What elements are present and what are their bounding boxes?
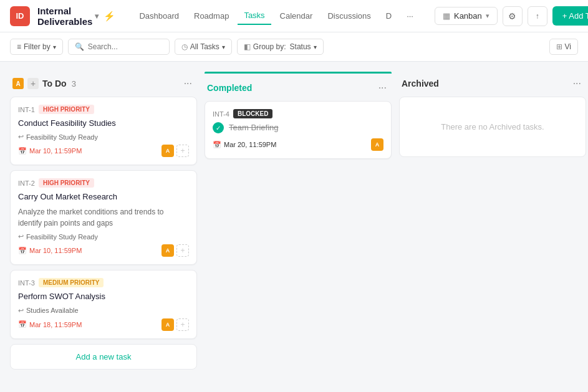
card-int-3-dependency: ↩ Studies Available	[18, 307, 189, 315]
view-button[interactable]: ⊞ Vi	[549, 39, 578, 55]
card-int-3[interactable]: INT-3 MEDIUM PRIORITY Perform SWOT Analy…	[10, 270, 197, 338]
card-int-3-priority: MEDIUM PRIORITY	[39, 278, 104, 287]
card-int-3-footer: 📅 Mar 18, 11:59PM A +	[18, 318, 189, 331]
card-int-3-date-text: Mar 18, 11:59PM	[29, 321, 82, 328]
card-int-3-add-assignee[interactable]: +	[176, 318, 189, 331]
card-int-4-blocked-badge: BLOCKED	[233, 109, 272, 118]
card-int-1-footer: 📅 Mar 10, 11:59PM A +	[18, 145, 189, 157]
nav-d[interactable]: D	[380, 7, 398, 24]
dependency-icon-2: ↩	[18, 232, 24, 241]
nav-discussions[interactable]: Discussions	[321, 7, 377, 24]
add-task-status-button[interactable]: + Add Task/Status	[552, 6, 588, 26]
layers-icon: ◧	[244, 42, 251, 51]
nav-tasks[interactable]: Tasks	[238, 7, 271, 25]
card-int-2[interactable]: INT-2 HIGH PRIORITY Carry Out Market Res…	[10, 170, 197, 265]
all-tasks-button[interactable]: ◷ All Tasks ▾	[175, 39, 232, 55]
card-int-1-priority: HIGH PRIORITY	[39, 105, 94, 114]
view-label: Vi	[565, 42, 571, 51]
todo-add-person-badge[interactable]: +	[27, 78, 39, 89]
nav-roadmap[interactable]: Roadmap	[188, 7, 235, 24]
card-int-4-footer: 📅 Mar 20, 11:59PM A	[213, 138, 383, 151]
card-int-4-meta: INT-4 BLOCKED	[213, 109, 383, 118]
card-int-4-avatar: A	[371, 138, 383, 151]
card-int-2-meta: INT-2 HIGH PRIORITY	[18, 178, 189, 188]
card-int-4-date: 📅 Mar 20, 11:59PM	[213, 141, 276, 149]
card-int-1-avatar: A	[161, 145, 174, 157]
card-int-3-title: Perform SWOT Analysis	[18, 291, 189, 302]
archived-column-title: Archived	[402, 79, 439, 88]
calendar-icon: 📅	[18, 147, 27, 155]
kanban-board: A + To Do 3 ··· INT-1 HIGH PRIORITY Cond…	[0, 62, 588, 388]
card-int-2-date: 📅 Mar 10, 11:59PM	[18, 247, 82, 255]
add-new-task-button[interactable]: Add a new task	[10, 344, 197, 370]
card-int-2-footer: 📅 Mar 10, 11:59PM A +	[18, 244, 189, 257]
gear-icon: ⚙	[508, 11, 516, 21]
card-int-1-actions: A +	[161, 145, 189, 157]
group-by-value: Status	[290, 42, 311, 51]
nav-calendar[interactable]: Calendar	[274, 7, 319, 24]
todo-column-menu[interactable]: ···	[181, 77, 195, 90]
card-int-4-date-text: Mar 20, 11:59PM	[224, 141, 276, 148]
card-int-2-priority: HIGH PRIORITY	[39, 178, 94, 188]
filter-label: Filter by	[24, 42, 51, 51]
card-int-2-title: Carry Out Market Research	[18, 191, 189, 203]
card-int-4-id: INT-4	[213, 110, 229, 118]
kanban-chevron-icon: ▾	[486, 12, 489, 20]
todo-title-area: A + To Do 3	[12, 78, 76, 89]
card-int-3-date: 📅 Mar 18, 11:59PM	[18, 320, 82, 328]
card-int-1-meta: INT-1 HIGH PRIORITY	[18, 105, 189, 114]
card-int-3-meta: INT-3 MEDIUM PRIORITY	[18, 278, 189, 287]
card-int-1-title: Conduct Feasibility Studies	[18, 118, 189, 129]
card-int-4[interactable]: INT-4 BLOCKED ✓ Team Briefing 📅 Mar 20, …	[205, 101, 392, 159]
kanban-label: Kanban	[454, 11, 482, 21]
card-int-1-date: 📅 Mar 10, 11:59PM	[18, 147, 82, 155]
todo-column-count: 3	[72, 79, 76, 88]
settings-button[interactable]: ⚙	[503, 6, 523, 26]
group-by-button[interactable]: ◧ Group by: Status ▾	[237, 39, 324, 55]
filter-button[interactable]: ≡ Filter by ▾	[10, 39, 63, 55]
card-int-1-id: INT-1	[18, 106, 35, 113]
card-int-1-dep-label: Feasibility Study Ready	[26, 133, 98, 141]
card-int-1-dependency: ↩ Feasibility Study Ready	[18, 133, 189, 141]
share-icon: ↑	[536, 12, 539, 21]
lightning-icon: ⚡	[104, 11, 115, 22]
card-int-1-date-text: Mar 10, 11:59PM	[29, 147, 82, 155]
card-int-1-add-assignee[interactable]: +	[176, 145, 189, 157]
all-tasks-label: All Tasks	[190, 42, 219, 51]
add-task-label: Add a new task	[76, 352, 132, 361]
card-int-3-avatar: A	[161, 318, 174, 331]
calendar-icon-4: 📅	[213, 141, 221, 149]
todo-badge: A	[12, 78, 24, 89]
card-int-4-title-row: ✓ Team Briefing	[213, 122, 383, 133]
search-input[interactable]	[88, 42, 163, 51]
todo-column-header: A + To Do 3 ···	[10, 72, 197, 97]
card-int-1[interactable]: INT-1 HIGH PRIORITY Conduct Feasibility …	[10, 97, 197, 165]
calendar-icon-2: 📅	[18, 247, 27, 255]
card-int-2-add-assignee[interactable]: +	[176, 244, 189, 257]
card-int-4-actions: A	[371, 138, 383, 151]
todo-column-title: To Do	[42, 79, 67, 88]
card-int-2-avatar: A	[161, 244, 174, 257]
card-int-2-desc: Analyze the market conditions and trends…	[18, 206, 189, 229]
app-logo: ID	[10, 6, 30, 26]
card-int-3-dep-label: Studies Available	[26, 307, 79, 314]
search-box: 🔍	[68, 39, 170, 55]
share-button[interactable]: ↑	[528, 6, 547, 26]
nav-dashboard[interactable]: Dashboard	[133, 7, 185, 24]
kanban-button[interactable]: ▦ Kanban ▾	[435, 7, 498, 25]
nav-more[interactable]: ···	[400, 7, 420, 24]
dependency-icon: ↩	[18, 133, 24, 141]
archived-empty-message: There are no Archived tasks.	[399, 97, 586, 157]
filter-chevron-icon: ▾	[53, 44, 56, 50]
project-title: Internal Deliverables ▾ ⚡	[37, 6, 115, 27]
archived-column: Archived ··· There are no Archived tasks…	[399, 72, 586, 157]
completed-column-menu[interactable]: ···	[376, 81, 389, 95]
todo-column: A + To Do 3 ··· INT-1 HIGH PRIORITY Cond…	[10, 72, 197, 370]
project-title-text: Internal Deliverables	[37, 6, 92, 27]
chevron-down-icon[interactable]: ▾	[95, 12, 99, 21]
archived-column-menu[interactable]: ···	[571, 77, 584, 90]
completed-column: Completed ··· INT-4 BLOCKED ✓ Team Brief…	[205, 72, 392, 164]
toolbar: ≡ Filter by ▾ 🔍 ◷ All Tasks ▾ ◧ Group by…	[0, 32, 588, 62]
top-bar: ID Internal Deliverables ▾ ⚡ Dashboard R…	[0, 0, 588, 32]
filter-icon: ≡	[17, 42, 21, 51]
